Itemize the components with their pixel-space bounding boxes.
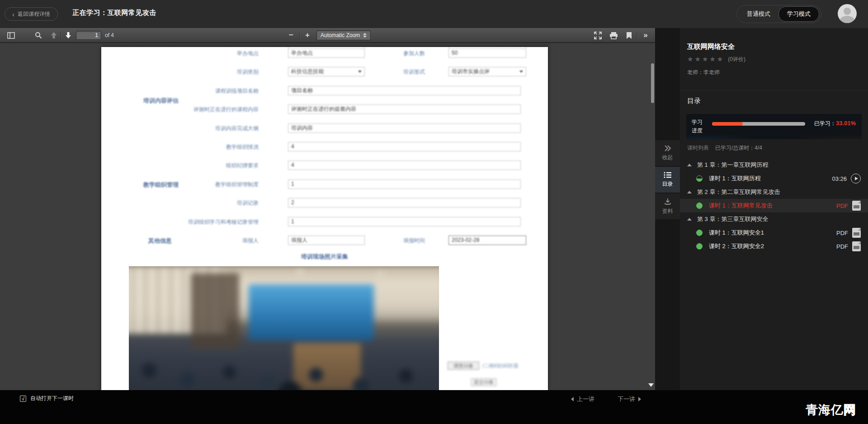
- form-row: 培训类别科技信息技能培训形式培训市实操点评: [101, 67, 548, 77]
- pdf-file-icon: [852, 241, 861, 251]
- lesson-title: 课时 1：互联网常见攻击: [709, 202, 773, 210]
- download-icon: [664, 198, 671, 205]
- sidebar-toggle-icon[interactable]: [5, 28, 17, 42]
- page-down-icon[interactable]: [62, 28, 74, 42]
- materials-tab[interactable]: 资料: [655, 193, 680, 219]
- form-section-label: 其他信息: [148, 237, 278, 245]
- presentation-mode-icon[interactable]: [591, 28, 604, 42]
- checkbox-checked-icon[interactable]: √: [20, 396, 26, 402]
- toolbar-separator: [637, 32, 637, 39]
- rating-row: ★★★★★ (0评价): [687, 55, 745, 63]
- pdf-file-icon: [852, 201, 861, 211]
- chapter-row[interactable]: 第 1 章：第一章互联网历程: [680, 158, 868, 172]
- select-caret-icon: [358, 71, 362, 73]
- progress-bar: [712, 122, 805, 126]
- collapse-panel-tab[interactable]: 收起: [655, 140, 680, 166]
- avatar[interactable]: [838, 4, 857, 23]
- lesson-badge: 03:26: [832, 175, 847, 182]
- lesson-row[interactable]: 课时 2：互联网安全2PDF: [680, 240, 868, 253]
- form-field-label: 参加人数: [373, 50, 425, 57]
- form-row: 培训记录2: [101, 198, 548, 208]
- lesson-meta: PDF: [836, 201, 861, 211]
- lesson-title: 课时 1：互联网安全1: [709, 229, 764, 237]
- page-number-input[interactable]: [76, 31, 101, 40]
- back-to-course-button[interactable]: ‹ 返回课程详情: [5, 7, 58, 21]
- form-field-input[interactable]: 4: [288, 160, 521, 170]
- triangle-left-icon: [571, 397, 574, 401]
- form-row: 组织纪律要求4: [101, 160, 548, 170]
- form-row: 评测时正在进行的课程内容评测时正在进行的提最内容: [101, 104, 548, 114]
- lesson-badge: PDF: [836, 230, 848, 236]
- form-field-input[interactable]: 2023-02-28: [448, 236, 526, 245]
- search-icon[interactable]: [33, 28, 44, 42]
- page-up-icon[interactable]: [48, 28, 60, 42]
- chevron-up-icon: [687, 164, 692, 166]
- form-field-input[interactable]: 科技信息技能: [288, 67, 365, 76]
- top-bar: ‹ 返回课程详情 正在学习：互联网常见攻击 普通模式 学习模式: [0, 0, 868, 28]
- form-field-input[interactable]: 培训内容: [288, 123, 521, 133]
- page-title: 正在学习：互联网常见攻击: [72, 9, 156, 17]
- photo-section-heading: 培训现场照片采集: [101, 253, 548, 261]
- teacher-label: 老师：李老师: [687, 69, 720, 76]
- side-tab-strip: 收起 目录 资料: [655, 28, 680, 390]
- print-icon[interactable]: [607, 28, 620, 42]
- form-field-input[interactable]: 举办地点: [288, 48, 365, 58]
- scroll-down-icon[interactable]: [648, 383, 654, 387]
- form-field-label: 培训形式: [373, 68, 425, 76]
- lesson-list-meta: 课时列表已学习/总课时：4/4: [687, 144, 762, 152]
- pdf-file-icon: [852, 228, 861, 238]
- auto-open-label: 自动打开下一课时: [30, 395, 74, 402]
- mode-normal-button[interactable]: 普通模式: [739, 7, 778, 21]
- toc-tab-label: 目录: [662, 180, 673, 188]
- lesson-meta: 03:26: [832, 174, 861, 184]
- pdf-viewer[interactable]: 举办地点举办地点参加人数50培训类别科技信息技能培训形式培训市实操点评课程训练项…: [0, 42, 655, 390]
- select-carets-icon: [363, 33, 367, 38]
- toc-tab[interactable]: 目录: [655, 167, 680, 193]
- lesson-row[interactable]: 课时 1：互联网安全1PDF: [680, 226, 868, 240]
- chevron-up-icon: [687, 191, 692, 193]
- pdf-viewer-column: of 4 − + Automatic Zoom »: [0, 28, 655, 390]
- submit-survey-box: 提交问卷: [471, 378, 496, 386]
- form-field-label: 培训记录: [101, 199, 259, 207]
- chapter-row[interactable]: 第 3 章：第三章互联网安全: [680, 212, 868, 226]
- form-field-input[interactable]: 50: [448, 48, 526, 58]
- auto-open-next-checkbox-row[interactable]: √ 自动打开下一课时: [20, 395, 74, 402]
- progress-label: 学习 进度: [692, 118, 703, 135]
- viewer-scrollbar[interactable]: [651, 63, 654, 103]
- play-icon[interactable]: [851, 174, 861, 184]
- lesson-title: 课时 2：互联网安全2: [709, 242, 764, 250]
- lesson-title: 课时 1：互联网历程: [709, 174, 761, 183]
- form-field-input[interactable]: 培训市实操点评: [448, 67, 526, 76]
- form-field-input[interactable]: 4: [288, 142, 521, 151]
- form-section-label: 教学组织管理: [143, 181, 274, 189]
- previous-lecture-button[interactable]: 上一讲: [571, 395, 594, 403]
- progress-text: 已学习：33.01%: [814, 120, 856, 127]
- mode-learning-button[interactable]: 学习模式: [778, 6, 819, 22]
- form-field-input[interactable]: 填报人: [288, 236, 365, 245]
- form-row: 培训组织学习和考核记录管理1: [101, 217, 548, 227]
- form-field-label: 举办地点: [101, 50, 259, 57]
- zoom-in-button[interactable]: +: [302, 28, 313, 42]
- form-field-label: 课程训练项目名称: [101, 87, 259, 95]
- lesson-row[interactable]: 课时 1：互联网常见攻击PDF: [680, 199, 868, 212]
- more-tools-button[interactable]: »: [639, 28, 652, 42]
- next-lecture-button[interactable]: 下一讲: [618, 395, 641, 403]
- form-field-input[interactable]: 项目名称: [288, 86, 521, 95]
- pdf-page: 举办地点举办地点参加人数50培训类别科技信息技能培训形式培训市实操点评课程训练项…: [101, 47, 548, 390]
- lesson-row[interactable]: 课时 1：互联网历程03:26: [680, 172, 868, 185]
- form-field-input[interactable]: 评测时正在进行的提最内容: [288, 104, 521, 114]
- bookmark-icon[interactable]: [623, 28, 634, 42]
- lesson-progress-icon: [696, 203, 703, 209]
- lesson-progress-icon: [696, 243, 703, 250]
- form-section-label: 培训内容评估: [143, 97, 274, 105]
- form-field-input[interactable]: 1: [288, 217, 521, 226]
- chapter-row[interactable]: 第 2 章：第二章互联网常见攻击: [680, 185, 868, 199]
- back-button-label: 返回课程详情: [18, 10, 50, 18]
- form-field-input[interactable]: 2: [288, 198, 521, 207]
- zoom-level-select[interactable]: Automatic Zoom: [316, 30, 371, 40]
- watermark-logo: 青海亿网: [806, 402, 856, 418]
- toolbar-separator: [300, 32, 300, 39]
- form-field-input[interactable]: 1: [288, 179, 521, 189]
- form-field-label: 组织纪律要求: [101, 162, 259, 170]
- zoom-out-button[interactable]: −: [286, 28, 297, 42]
